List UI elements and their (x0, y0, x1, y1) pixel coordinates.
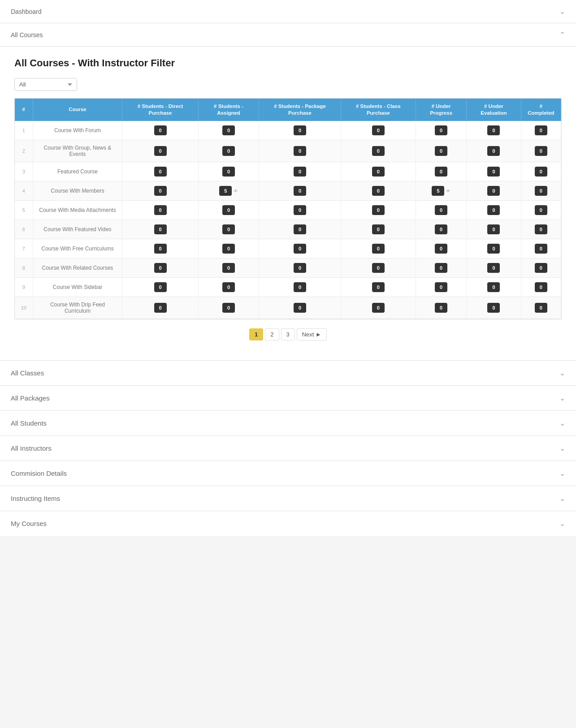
section-all-classes[interactable]: All Classes⌄ (0, 360, 576, 385)
count-badge[interactable]: 0 (535, 186, 547, 196)
row-cell: 5 👁 (416, 181, 467, 200)
count-badge[interactable]: 0 (222, 146, 235, 156)
count-badge[interactable]: 0 (154, 146, 167, 156)
page-3-button[interactable]: 3 (281, 328, 295, 340)
count-badge[interactable]: 0 (435, 263, 447, 273)
row-cell: 0 (259, 121, 341, 140)
count-badge[interactable]: 0 (487, 263, 500, 273)
count-badge[interactable]: 0 (294, 282, 306, 292)
row-num: 10 (15, 297, 33, 319)
count-badge[interactable]: 0 (372, 263, 385, 273)
section-all-students[interactable]: All Students⌄ (0, 410, 576, 435)
count-badge[interactable]: 0 (372, 167, 385, 177)
count-badge[interactable]: 0 (154, 205, 167, 215)
section-instructing-items[interactable]: Instructing Items⌄ (0, 486, 576, 511)
count-badge[interactable]: 0 (372, 282, 385, 292)
table-row: 9Course With Sidebar0000000 (15, 277, 561, 297)
count-badge[interactable]: 0 (435, 282, 447, 292)
count-badge[interactable]: 0 (222, 205, 235, 215)
count-badge[interactable]: 0 (487, 125, 500, 135)
count-badge[interactable]: 0 (372, 303, 385, 313)
row-cell: 0 (198, 140, 259, 162)
count-badge[interactable]: 0 (435, 146, 447, 156)
section-all-instructors[interactable]: All Instructors⌄ (0, 435, 576, 461)
count-badge[interactable]: 0 (487, 303, 500, 313)
count-badge[interactable]: 0 (535, 205, 547, 215)
page-1-button[interactable]: 1 (249, 328, 263, 340)
count-badge[interactable]: 0 (487, 205, 500, 215)
count-badge[interactable]: 0 (154, 263, 167, 273)
count-badge[interactable]: 0 (294, 224, 306, 234)
count-badge[interactable]: 0 (487, 146, 500, 156)
count-badge[interactable]: 0 (154, 186, 167, 196)
row-cell: 0 (198, 220, 259, 239)
row-cell: 0 (467, 239, 521, 258)
row-cell: 0 (259, 297, 341, 319)
row-cell: 0 (341, 239, 416, 258)
section-commision-details[interactable]: Commision Details⌄ (0, 461, 576, 486)
count-badge[interactable]: 0 (372, 186, 385, 196)
row-course-name: Course With Sidebar (33, 277, 122, 297)
count-badge[interactable]: 0 (435, 303, 447, 313)
count-badge[interactable]: 0 (435, 205, 447, 215)
count-badge[interactable]: 0 (372, 146, 385, 156)
count-badge[interactable]: 0 (435, 224, 447, 234)
count-badge[interactable]: 0 (435, 125, 447, 135)
all-courses-nav[interactable]: All Courses ⌃ (0, 23, 576, 47)
count-badge[interactable]: 0 (372, 205, 385, 215)
count-badge[interactable]: 0 (487, 186, 500, 196)
section-chevron-icon: ⌄ (559, 394, 565, 402)
count-badge[interactable]: 0 (222, 224, 235, 234)
row-cell: 0 (259, 140, 341, 162)
count-badge[interactable]: 0 (222, 303, 235, 313)
count-badge[interactable]: 0 (487, 224, 500, 234)
count-badge[interactable]: 0 (294, 146, 306, 156)
count-badge[interactable]: 0 (535, 244, 547, 254)
count-badge[interactable]: 0 (154, 224, 167, 234)
count-badge[interactable]: 0 (294, 303, 306, 313)
count-badge[interactable]: 0 (535, 146, 547, 156)
count-badge[interactable]: 0 (487, 282, 500, 292)
count-badge[interactable]: 0 (294, 186, 306, 196)
count-badge[interactable]: 0 (294, 167, 306, 177)
count-badge[interactable]: 0 (154, 125, 167, 135)
count-badge[interactable]: 0 (435, 167, 447, 177)
table-row: 2Course With Group, News & Events0000000 (15, 140, 561, 162)
count-badge[interactable]: 0 (487, 244, 500, 254)
count-badge[interactable]: 0 (294, 244, 306, 254)
count-badge[interactable]: 5 (432, 186, 444, 196)
count-badge[interactable]: 0 (535, 263, 547, 273)
instructor-filter-select[interactable]: All (14, 78, 77, 91)
count-badge[interactable]: 0 (372, 224, 385, 234)
dashboard-nav[interactable]: Dashboard ⌄ (0, 0, 576, 23)
section-all-packages[interactable]: All Packages⌄ (0, 385, 576, 410)
count-badge[interactable]: 5 (219, 186, 232, 196)
count-badge[interactable]: 0 (535, 303, 547, 313)
row-cell: 0 (416, 220, 467, 239)
row-cell: 0 (341, 277, 416, 297)
count-badge[interactable]: 0 (154, 167, 167, 177)
count-badge[interactable]: 0 (487, 167, 500, 177)
count-badge[interactable]: 0 (372, 125, 385, 135)
count-badge[interactable]: 0 (294, 205, 306, 215)
page-next-button[interactable]: Next ► (297, 328, 327, 340)
page-2-button[interactable]: 2 (265, 328, 279, 340)
section-my-courses[interactable]: My Courses⌄ (0, 511, 576, 536)
count-badge[interactable]: 0 (154, 244, 167, 254)
count-badge[interactable]: 0 (154, 303, 167, 313)
count-badge[interactable]: 0 (535, 224, 547, 234)
count-badge[interactable]: 0 (222, 244, 235, 254)
count-badge[interactable]: 0 (222, 263, 235, 273)
count-badge[interactable]: 0 (535, 282, 547, 292)
count-badge[interactable]: 0 (435, 244, 447, 254)
count-badge[interactable]: 0 (154, 282, 167, 292)
count-badge[interactable]: 0 (535, 167, 547, 177)
count-badge[interactable]: 0 (294, 125, 306, 135)
count-badge[interactable]: 0 (222, 167, 235, 177)
row-cell: 0 (467, 140, 521, 162)
count-badge[interactable]: 0 (222, 282, 235, 292)
count-badge[interactable]: 0 (222, 125, 235, 135)
count-badge[interactable]: 0 (372, 244, 385, 254)
count-badge[interactable]: 0 (294, 263, 306, 273)
count-badge[interactable]: 0 (535, 125, 547, 135)
